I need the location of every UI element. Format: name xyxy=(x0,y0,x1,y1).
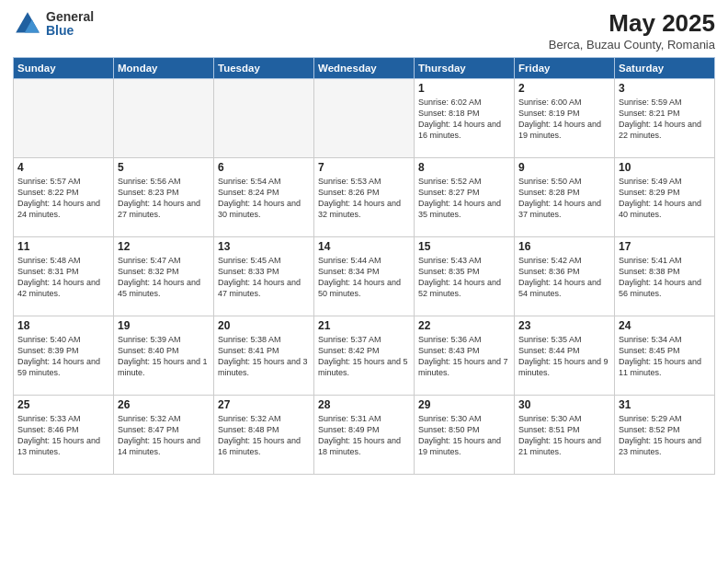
title-block: May 2025 Berca, Buzau County, Romania xyxy=(549,9,715,52)
day-number: 27 xyxy=(218,398,310,411)
calendar-day: 26Sunrise: 5:32 AMSunset: 8:47 PMDayligh… xyxy=(114,396,214,475)
day-number: 21 xyxy=(318,319,410,332)
calendar-day: 3Sunrise: 5:59 AMSunset: 8:21 PMDaylight… xyxy=(615,79,715,158)
page: General Blue May 2025 Berca, Buzau Count… xyxy=(0,0,728,563)
calendar-table: SundayMondayTuesdayWednesdayThursdayFrid… xyxy=(13,57,715,475)
day-info: Sunrise: 6:02 AMSunset: 8:18 PMDaylight:… xyxy=(418,97,510,142)
day-info: Sunrise: 5:50 AMSunset: 8:28 PMDaylight:… xyxy=(518,176,610,221)
day-number: 8 xyxy=(418,161,510,174)
calendar-header-row: SundayMondayTuesdayWednesdayThursdayFrid… xyxy=(14,58,715,79)
calendar-day: 12Sunrise: 5:47 AMSunset: 8:32 PMDayligh… xyxy=(114,237,214,316)
calendar-day: 19Sunrise: 5:39 AMSunset: 8:40 PMDayligh… xyxy=(114,316,214,396)
day-info: Sunrise: 6:00 AMSunset: 8:19 PMDaylight:… xyxy=(518,97,610,142)
calendar-day: 4Sunrise: 5:57 AMSunset: 8:22 PMDaylight… xyxy=(14,158,114,237)
calendar-week-0: 1Sunrise: 6:02 AMSunset: 8:18 PMDaylight… xyxy=(14,79,715,158)
day-info: Sunrise: 5:59 AMSunset: 8:21 PMDaylight:… xyxy=(619,97,711,142)
day-number: 4 xyxy=(17,161,109,174)
day-info: Sunrise: 5:41 AMSunset: 8:38 PMDaylight:… xyxy=(619,255,711,300)
day-number: 26 xyxy=(118,398,210,411)
day-number: 24 xyxy=(619,319,711,332)
calendar-day: 15Sunrise: 5:43 AMSunset: 8:35 PMDayligh… xyxy=(415,237,515,316)
calendar-day: 6Sunrise: 5:54 AMSunset: 8:24 PMDaylight… xyxy=(214,158,314,237)
calendar-day: 18Sunrise: 5:40 AMSunset: 8:39 PMDayligh… xyxy=(14,316,114,396)
calendar-subtitle: Berca, Buzau County, Romania xyxy=(549,38,715,52)
calendar-day: 25Sunrise: 5:33 AMSunset: 8:46 PMDayligh… xyxy=(14,396,114,475)
day-number: 18 xyxy=(17,319,109,332)
day-info: Sunrise: 5:52 AMSunset: 8:27 PMDaylight:… xyxy=(418,176,510,221)
calendar-day: 28Sunrise: 5:31 AMSunset: 8:49 PMDayligh… xyxy=(314,396,415,475)
day-number: 28 xyxy=(318,398,410,411)
day-number: 19 xyxy=(118,319,210,332)
logo-blue-text: Blue xyxy=(46,24,94,38)
calendar-day: 5Sunrise: 5:56 AMSunset: 8:23 PMDaylight… xyxy=(114,158,214,237)
logo-icon xyxy=(13,9,42,39)
calendar-day: 14Sunrise: 5:44 AMSunset: 8:34 PMDayligh… xyxy=(314,237,415,316)
calendar-day: 17Sunrise: 5:41 AMSunset: 8:38 PMDayligh… xyxy=(615,237,715,316)
day-info: Sunrise: 5:29 AMSunset: 8:52 PMDaylight:… xyxy=(619,413,711,458)
day-info: Sunrise: 5:47 AMSunset: 8:32 PMDaylight:… xyxy=(118,255,210,300)
calendar-day: 20Sunrise: 5:38 AMSunset: 8:41 PMDayligh… xyxy=(214,316,314,396)
calendar-day xyxy=(314,79,415,158)
day-info: Sunrise: 5:48 AMSunset: 8:31 PMDaylight:… xyxy=(17,255,109,300)
calendar-day: 7Sunrise: 5:53 AMSunset: 8:26 PMDaylight… xyxy=(314,158,415,237)
day-number: 10 xyxy=(619,161,711,174)
calendar-day: 13Sunrise: 5:45 AMSunset: 8:33 PMDayligh… xyxy=(214,237,314,316)
day-number: 16 xyxy=(518,240,610,253)
day-info: Sunrise: 5:49 AMSunset: 8:29 PMDaylight:… xyxy=(619,176,711,221)
day-number: 23 xyxy=(518,319,610,332)
day-info: Sunrise: 5:57 AMSunset: 8:22 PMDaylight:… xyxy=(17,176,109,221)
day-number: 15 xyxy=(418,240,510,253)
day-number: 2 xyxy=(518,82,610,95)
calendar-day: 1Sunrise: 6:02 AMSunset: 8:18 PMDaylight… xyxy=(415,79,515,158)
day-number: 12 xyxy=(118,240,210,253)
calendar-day: 22Sunrise: 5:36 AMSunset: 8:43 PMDayligh… xyxy=(415,316,515,396)
calendar-day: 11Sunrise: 5:48 AMSunset: 8:31 PMDayligh… xyxy=(14,237,114,316)
calendar-day: 16Sunrise: 5:42 AMSunset: 8:36 PMDayligh… xyxy=(515,237,615,316)
day-number: 30 xyxy=(518,398,610,411)
calendar-day: 21Sunrise: 5:37 AMSunset: 8:42 PMDayligh… xyxy=(314,316,415,396)
calendar-day: 8Sunrise: 5:52 AMSunset: 8:27 PMDaylight… xyxy=(415,158,515,237)
header: General Blue May 2025 Berca, Buzau Count… xyxy=(13,9,715,52)
calendar-week-2: 11Sunrise: 5:48 AMSunset: 8:31 PMDayligh… xyxy=(14,237,715,316)
day-number: 7 xyxy=(318,161,410,174)
day-info: Sunrise: 5:39 AMSunset: 8:40 PMDaylight:… xyxy=(118,334,210,379)
day-header-sunday: Sunday xyxy=(14,58,114,79)
day-number: 1 xyxy=(418,82,510,95)
day-info: Sunrise: 5:32 AMSunset: 8:47 PMDaylight:… xyxy=(118,413,210,458)
logo: General Blue xyxy=(13,9,94,39)
calendar-day: 29Sunrise: 5:30 AMSunset: 8:50 PMDayligh… xyxy=(415,396,515,475)
logo-general-text: General xyxy=(46,10,94,24)
day-header-tuesday: Tuesday xyxy=(214,58,314,79)
day-number: 5 xyxy=(118,161,210,174)
day-info: Sunrise: 5:42 AMSunset: 8:36 PMDaylight:… xyxy=(518,255,610,300)
calendar-day: 23Sunrise: 5:35 AMSunset: 8:44 PMDayligh… xyxy=(515,316,615,396)
day-header-saturday: Saturday xyxy=(615,58,715,79)
day-header-thursday: Thursday xyxy=(415,58,515,79)
day-info: Sunrise: 5:45 AMSunset: 8:33 PMDaylight:… xyxy=(218,255,310,300)
day-number: 31 xyxy=(619,398,711,411)
day-number: 13 xyxy=(218,240,310,253)
calendar-day: 10Sunrise: 5:49 AMSunset: 8:29 PMDayligh… xyxy=(615,158,715,237)
day-header-friday: Friday xyxy=(515,58,615,79)
day-header-monday: Monday xyxy=(114,58,214,79)
day-info: Sunrise: 5:56 AMSunset: 8:23 PMDaylight:… xyxy=(118,176,210,221)
calendar-day xyxy=(214,79,314,158)
calendar-day: 24Sunrise: 5:34 AMSunset: 8:45 PMDayligh… xyxy=(615,316,715,396)
day-number: 20 xyxy=(218,319,310,332)
calendar-day xyxy=(14,79,114,158)
day-info: Sunrise: 5:33 AMSunset: 8:46 PMDaylight:… xyxy=(17,413,109,458)
day-number: 6 xyxy=(218,161,310,174)
day-number: 9 xyxy=(518,161,610,174)
day-info: Sunrise: 5:32 AMSunset: 8:48 PMDaylight:… xyxy=(218,413,310,458)
day-info: Sunrise: 5:30 AMSunset: 8:50 PMDaylight:… xyxy=(418,413,510,458)
calendar-day: 31Sunrise: 5:29 AMSunset: 8:52 PMDayligh… xyxy=(615,396,715,475)
calendar-week-4: 25Sunrise: 5:33 AMSunset: 8:46 PMDayligh… xyxy=(14,396,715,475)
calendar-day: 27Sunrise: 5:32 AMSunset: 8:48 PMDayligh… xyxy=(214,396,314,475)
day-info: Sunrise: 5:44 AMSunset: 8:34 PMDaylight:… xyxy=(318,255,410,300)
day-number: 29 xyxy=(418,398,510,411)
day-number: 25 xyxy=(17,398,109,411)
calendar-week-3: 18Sunrise: 5:40 AMSunset: 8:39 PMDayligh… xyxy=(14,316,715,396)
day-info: Sunrise: 5:54 AMSunset: 8:24 PMDaylight:… xyxy=(218,176,310,221)
day-header-wednesday: Wednesday xyxy=(314,58,415,79)
day-info: Sunrise: 5:40 AMSunset: 8:39 PMDaylight:… xyxy=(17,334,109,379)
